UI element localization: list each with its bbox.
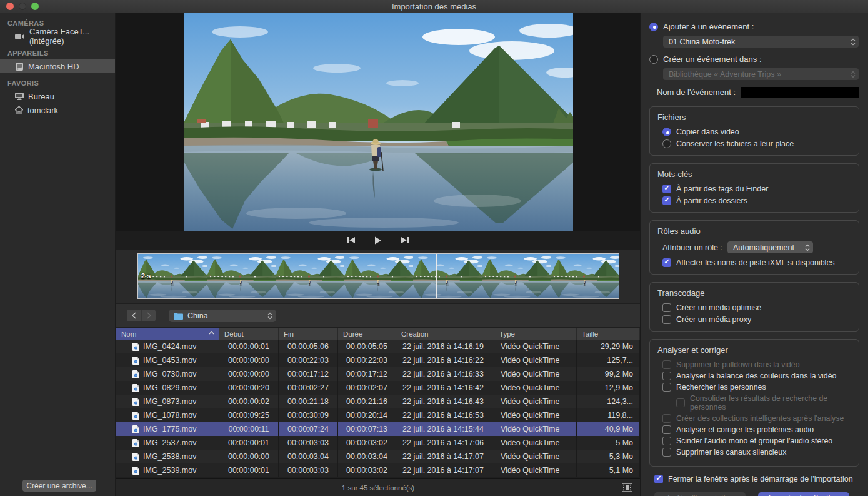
table-row[interactable]: IMG_0829.mov 00:00:00:20 00:00:02:27 00:…	[116, 381, 640, 395]
table-row[interactable]: IMG_1078.mov 00:00:09:25 00:00:30:09 00:…	[116, 408, 640, 422]
forward-button[interactable]	[141, 310, 156, 321]
analyze-option[interactable]: Supprimer le pulldown dans la vidéo	[662, 360, 851, 369]
play-button[interactable]	[373, 235, 383, 246]
analyze-option-checkbox[interactable]	[662, 372, 671, 380]
filmstrip-frame	[344, 254, 413, 298]
clip-name: IMG_2538.mov	[143, 452, 196, 461]
import-selection-button[interactable]: Importer la sélection	[758, 492, 849, 496]
copy-to-library-radio[interactable]	[662, 128, 671, 136]
proxy-media-checkbox[interactable]	[662, 315, 671, 324]
movie-file-icon	[132, 467, 139, 475]
optimized-media-checkbox[interactable]	[662, 303, 671, 312]
folder-popup[interactable]: China	[169, 310, 276, 322]
analyze-option-checkbox[interactable]	[662, 360, 671, 369]
clip-duration: 00:00:03:04	[338, 450, 396, 463]
clip-creation-date: 22 juil. 2016 à 14:16:33	[396, 367, 494, 381]
column-header-nom[interactable]: Nom	[116, 328, 219, 340]
clip-type: Vidéo QuickTime	[494, 353, 577, 367]
sidebar-item-facetime-camera[interactable]: Caméra FaceT... (intégrée)	[0, 29, 115, 43]
analyze-option[interactable]: Scinder l'audio mono et grouper l'audio …	[662, 437, 851, 445]
sidebar-item-tomclark[interactable]: tomclark	[0, 103, 115, 117]
event-popup[interactable]: 01 China Moto-trek	[663, 36, 859, 48]
analyze-option[interactable]: Consolider les résultats de recherche de…	[676, 394, 851, 412]
analyze-option[interactable]: Créer des collections intelligentes aprè…	[662, 414, 851, 423]
folders-checkbox[interactable]	[662, 196, 671, 205]
movie-file-icon	[132, 398, 139, 406]
sidebar-item-bureau[interactable]: Bureau	[0, 89, 115, 103]
assign-role-popup[interactable]: Automatiquement	[727, 241, 813, 253]
sidebar-item-macintosh-hd[interactable]: Macintosh HD	[0, 59, 115, 73]
previous-frame-button[interactable]	[346, 235, 357, 245]
create-event-label: Créer un événement dans :	[663, 54, 762, 64]
analyze-option-label: Rechercher les personnes	[676, 383, 766, 392]
analyze-option-checkbox[interactable]	[662, 383, 671, 392]
clip-end: 00:00:02:27	[279, 381, 338, 395]
create-archive-button[interactable]: Créer une archive...	[22, 480, 96, 492]
clip-filmstrip[interactable]: 2 s	[137, 253, 619, 299]
analyze-option[interactable]: Analyser et corriger les problèmes audio	[662, 425, 851, 434]
clip-name: IMG_0424.mov	[143, 342, 196, 351]
analyze-option-checkbox[interactable]	[662, 437, 671, 445]
analyze-option-checkbox[interactable]	[676, 398, 685, 407]
clip-size: 125,7...	[577, 353, 640, 367]
column-header-creation[interactable]: Création	[396, 328, 494, 340]
analyze-option[interactable]: Supprimer les canaux silencieux	[662, 448, 851, 457]
sidebar-item-label: Caméra FaceT... (intégrée)	[29, 27, 115, 46]
table-row[interactable]: IMG_2538.mov 00:00:00:00 00:00:03:04 00:…	[116, 450, 640, 463]
movie-file-icon	[132, 412, 139, 420]
movie-file-icon	[132, 357, 139, 365]
close-after-import-checkbox[interactable]	[654, 475, 663, 483]
playhead[interactable]	[436, 254, 437, 298]
clip-creation-date: 22 juil. 2016 à 14:16:43	[396, 395, 494, 408]
leave-in-place-radio[interactable]	[662, 139, 671, 148]
clip-name: IMG_2537.mov	[143, 438, 196, 447]
column-header-debut[interactable]: Début	[219, 328, 279, 340]
close-window-button[interactable]	[6, 3, 14, 10]
sort-ascending-icon	[209, 331, 214, 335]
title-bar: Importation des médias	[0, 0, 868, 13]
sidebar-item-label: tomclark	[27, 106, 58, 115]
analyze-option-checkbox[interactable]	[662, 448, 671, 457]
clip-size: 12,9 Mo	[577, 381, 640, 395]
back-button[interactable]	[127, 310, 141, 321]
event-name-input[interactable]	[741, 87, 859, 98]
clip-start: 00:00:00:01	[219, 340, 279, 353]
clip-creation-date: 22 juil. 2016 à 14:16:53	[396, 408, 494, 422]
clip-duration: 00:00:05:05	[338, 340, 396, 353]
filmstrip-frame	[482, 254, 551, 298]
event-name-label: Nom de l'événement :	[657, 88, 736, 97]
transcoding-title: Transcodage	[657, 288, 851, 298]
add-to-event-radio[interactable]	[649, 23, 658, 31]
selection-count: 1 sur 45 sélectionné(s)	[342, 484, 414, 492]
finder-tags-checkbox[interactable]	[662, 185, 671, 193]
assign-role-label: Attribuer un rôle :	[662, 243, 722, 252]
table-row[interactable]: IMG_0453.mov 00:00:00:00 00:00:22:03 00:…	[116, 353, 640, 367]
column-header-fin[interactable]: Fin	[279, 328, 338, 340]
clip-size: 124,3...	[577, 395, 640, 408]
analyze-option-checkbox[interactable]	[662, 425, 671, 434]
zoom-window-button[interactable]	[31, 3, 39, 10]
next-frame-button[interactable]	[399, 235, 411, 245]
column-header-type[interactable]: Type	[494, 328, 577, 340]
sidebar-item-label: Macintosh HD	[28, 62, 79, 71]
table-row[interactable]: IMG_1775.mov 00:00:00:11 00:00:07:24 00:…	[116, 422, 640, 436]
folder-icon	[174, 312, 183, 320]
movie-file-icon	[132, 425, 139, 433]
analyze-option[interactable]: Rechercher les personnes	[662, 383, 851, 392]
sidebar-item-label: Bureau	[28, 92, 54, 101]
filmstrip-view-toggle[interactable]	[622, 483, 632, 493]
analyze-option-checkbox[interactable]	[662, 414, 671, 423]
analyze-option[interactable]: Analyser la balance des couleurs dans la…	[662, 372, 851, 380]
column-header-duree[interactable]: Durée	[338, 328, 396, 340]
clip-duration: 00:00:03:02	[338, 436, 396, 450]
filmstrip-frame	[413, 254, 482, 298]
table-row[interactable]: IMG_2539.mov 00:00:00:01 00:00:03:03 00:…	[116, 463, 640, 477]
table-row[interactable]: IMG_0424.mov 00:00:00:01 00:00:05:06 00:…	[116, 340, 640, 353]
ixml-checkbox[interactable]	[662, 258, 671, 267]
table-row[interactable]: IMG_0873.mov 00:00:00:02 00:00:21:18 00:…	[116, 395, 640, 408]
table-row[interactable]: IMG_2537.mov 00:00:00:01 00:00:03:03 00:…	[116, 436, 640, 450]
clip-duration: 00:00:21:16	[338, 395, 396, 408]
table-row[interactable]: IMG_0730.mov 00:00:00:00 00:00:17:12 00:…	[116, 367, 640, 381]
column-header-taille[interactable]: Taille	[577, 328, 640, 340]
create-event-radio[interactable]	[649, 55, 658, 64]
